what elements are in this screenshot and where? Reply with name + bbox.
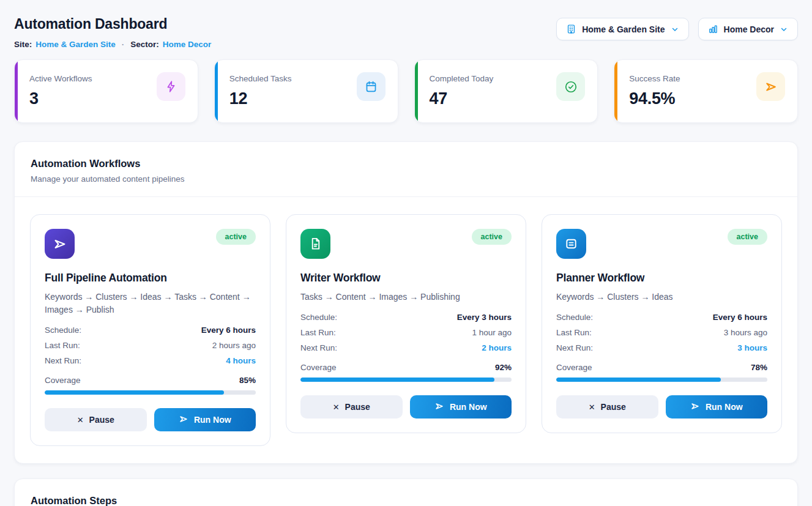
stat-value: 47: [430, 89, 494, 108]
workflow-description: Keywords → Clusters → Ideas: [556, 291, 767, 303]
stat-label: Scheduled Tasks: [229, 72, 292, 83]
workflows-section-title: Automation Workflows: [31, 158, 781, 169]
run-now-button[interactable]: Run Now: [154, 408, 256, 431]
stat-accent-bar: [614, 60, 617, 122]
x-icon: ✕: [333, 403, 340, 412]
coverage-progress-fill: [45, 390, 224, 395]
coverage-label: Coverage: [45, 376, 81, 385]
coverage-label: Coverage: [556, 363, 592, 372]
site-link[interactable]: Home & Garden Site: [35, 40, 116, 49]
workflows-section-header: Automation Workflows Manage your automat…: [15, 142, 797, 197]
next-run-value: 4 hours: [226, 356, 256, 365]
workflows-section-subtitle: Manage your automated content pipelines: [31, 174, 781, 184]
schedule-value: Every 6 hours: [713, 313, 767, 322]
status-badge: active: [728, 229, 767, 245]
coverage-value: 85%: [239, 376, 256, 385]
workflow-card-full-pipeline: active Full Pipeline Automation Keywords…: [30, 214, 270, 446]
coverage-block: Coverage 78%: [556, 363, 767, 382]
stat-card-completed-today: Completed Today 47: [414, 59, 598, 123]
page-title: Automation Dashboard: [14, 16, 211, 32]
last-run-row: Last Run: 3 hours ago: [556, 328, 767, 337]
schedule-row: Schedule: Every 6 hours: [45, 326, 256, 335]
next-run-row: Next Run: 4 hours: [45, 356, 256, 365]
coverage-progress-track: [45, 390, 256, 395]
steps-section-header: Automation Steps Configure which steps a…: [15, 479, 797, 506]
next-run-row: Next Run: 3 hours: [556, 343, 767, 352]
run-now-button[interactable]: Run Now: [666, 395, 768, 419]
stat-label: Success Rate: [629, 72, 680, 83]
stats-row: Active Workflows 3 Scheduled Tasks 12 Co…: [14, 59, 798, 123]
site-selector-label: Home & Garden Site: [582, 24, 665, 34]
send-icon: [45, 229, 75, 259]
schedule-value: Every 3 hours: [457, 313, 512, 322]
workflow-title: Planner Workflow: [556, 272, 767, 285]
next-run-value: 2 hours: [482, 343, 512, 352]
list-icon: [556, 229, 586, 259]
send-icon: [434, 401, 444, 413]
pause-button[interactable]: ✕ Pause: [300, 395, 403, 419]
automation-dashboard-page: Automation Dashboard Site: Home & Garden…: [0, 0, 812, 506]
separator-dot: ·: [122, 40, 125, 49]
workflow-title: Writer Workflow: [300, 272, 512, 285]
run-now-button[interactable]: Run Now: [410, 395, 512, 419]
stat-card-success-rate: Success Rate 94.5%: [614, 59, 798, 123]
workflow-cards-grid: active Full Pipeline Automation Keywords…: [30, 214, 782, 446]
check-circle-icon: [556, 72, 585, 101]
workflow-description: Keywords → Clusters → Ideas → Tasks → Co…: [45, 291, 256, 316]
sector-selector-dropdown[interactable]: Home Decor: [698, 18, 798, 40]
header-selectors: Home & Garden Site Home Decor: [556, 18, 798, 40]
site-label: Site:: [14, 40, 32, 49]
coverage-block: Coverage 92%: [300, 363, 512, 382]
stat-label: Active Workflows: [29, 72, 92, 83]
workflows-section-body: active Full Pipeline Automation Keywords…: [15, 197, 797, 463]
automation-steps-section: Automation Steps Configure which steps a…: [14, 478, 798, 506]
chevron-down-icon: [671, 25, 679, 34]
stat-accent-bar: [415, 60, 418, 122]
workflow-card-writer: active Writer Workflow Tasks → Content →…: [286, 214, 526, 433]
stat-card-scheduled-tasks: Scheduled Tasks 12: [214, 59, 398, 123]
workflow-title: Full Pipeline Automation: [45, 272, 256, 285]
coverage-progress-track: [556, 378, 767, 382]
sector-selector-label: Home Decor: [724, 24, 774, 34]
last-run-row: Last Run: 2 hours ago: [45, 341, 256, 350]
sector-link[interactable]: Home Decor: [163, 40, 212, 49]
status-badge: active: [472, 229, 512, 245]
stat-value: 12: [229, 89, 292, 108]
coverage-progress-fill: [556, 378, 721, 382]
coverage-progress-fill: [300, 378, 494, 382]
bar-chart-icon: [708, 24, 718, 34]
send-icon: [690, 401, 700, 413]
workflow-description: Tasks → Content → Images → Publishing: [300, 291, 512, 303]
last-run-value: 2 hours ago: [212, 341, 256, 350]
site-selector-dropdown[interactable]: Home & Garden Site: [556, 18, 688, 40]
send-icon: [756, 72, 785, 101]
coverage-value: 78%: [751, 363, 767, 372]
building-icon: [566, 24, 576, 34]
pause-button[interactable]: ✕ Pause: [45, 408, 147, 431]
sector-label: Sector:: [130, 40, 159, 49]
document-icon: [300, 229, 330, 259]
x-icon: ✕: [77, 415, 84, 425]
stat-accent-bar: [15, 60, 18, 122]
last-run-value: 3 hours ago: [724, 328, 767, 337]
page-header: Automation Dashboard Site: Home & Garden…: [14, 12, 798, 49]
pause-button[interactable]: ✕ Pause: [556, 395, 658, 419]
automation-workflows-section: Automation Workflows Manage your automat…: [14, 141, 798, 464]
stat-accent-bar: [215, 60, 218, 122]
status-badge: active: [216, 229, 256, 245]
x-icon: ✕: [589, 403, 595, 412]
last-run-row: Last Run: 1 hour ago: [300, 328, 512, 337]
coverage-value: 92%: [495, 363, 512, 372]
next-run-value: 3 hours: [737, 343, 767, 352]
coverage-block: Coverage 85%: [45, 376, 256, 395]
schedule-row: Schedule: Every 3 hours: [300, 313, 512, 322]
coverage-progress-track: [300, 378, 512, 382]
lightning-icon: [157, 72, 185, 101]
send-icon: [179, 414, 188, 426]
stat-card-active-workflows: Active Workflows 3: [14, 59, 198, 123]
last-run-value: 1 hour ago: [472, 328, 512, 337]
schedule-row: Schedule: Every 6 hours: [556, 313, 767, 322]
stat-label: Completed Today: [430, 72, 494, 83]
page-header-left: Automation Dashboard Site: Home & Garden…: [14, 12, 211, 49]
steps-section-title: Automation Steps: [31, 495, 781, 506]
